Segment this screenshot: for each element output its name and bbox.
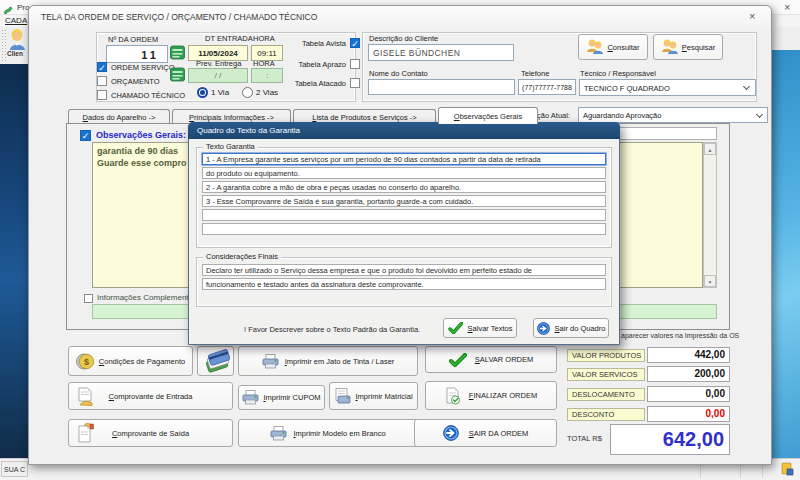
- consideracoes-line-input[interactable]: Declaro ter utilizado o Serviço dessa em…: [202, 264, 606, 276]
- desktop-wallpaper: [772, 50, 800, 458]
- comprovante-entrada-button[interactable]: Comprovante de Entrada: [68, 382, 233, 410]
- ordem-servico-checkbox[interactable]: [97, 62, 107, 72]
- imprimir-jato-button[interactable]: Imprimir em Jato de Tinta / Laser: [238, 346, 418, 376]
- statusbar-segment: SUA C: [1, 461, 28, 477]
- imprimir-cupom-button[interactable]: Imprimir CUPOM: [238, 385, 325, 410]
- deslocamento-chip: DESLOCAMENTO: [567, 388, 645, 401]
- texto-garantia-group-label: Texto Garantia: [203, 142, 258, 151]
- salvar-textos-label: Salvar Textos: [468, 324, 513, 333]
- prev-entrega-field[interactable]: / /: [188, 68, 248, 83]
- prev-entrega-label: Prev. Entrega: [196, 59, 241, 68]
- valor-produtos-chip: VALOR PRODUTOS: [567, 349, 645, 362]
- salvar-ordem-label: SALVAR ORDEM: [475, 355, 534, 364]
- tab-dados-label: Dados do Aparelho ->: [83, 113, 156, 122]
- exit-arrow-icon: [537, 322, 550, 335]
- imprimir-matricial-label: Imprimir Matricial: [355, 392, 412, 401]
- matricial-printer-icon: [334, 388, 351, 404]
- tab-principais-label: Principais Informações ->: [189, 113, 274, 122]
- people-icon: [586, 39, 604, 55]
- contato-field[interactable]: [368, 79, 515, 95]
- garantia-line-input[interactable]: [202, 223, 606, 235]
- garantia-line-input[interactable]: 3 - Esse Comprovanre de Saída é sua gara…: [202, 195, 606, 207]
- deslocamento-value[interactable]: 0,00: [647, 386, 730, 402]
- tray-icon[interactable]: [781, 461, 794, 476]
- garantia-line-input[interactable]: 2 - A garantia cobre a mão de obra e peç…: [202, 181, 606, 193]
- valor-produtos-value[interactable]: 442,00: [647, 347, 730, 363]
- sair-do-quadro-button[interactable]: Sair do Quadro: [533, 318, 609, 338]
- contato-label: Nome do Contato: [369, 69, 428, 78]
- valor-servicos-chip: VALOR SERVICOS: [567, 368, 645, 381]
- chamado-checkbox[interactable]: [97, 90, 107, 100]
- tab-dados-aparelho[interactable]: Dados do Aparelho ->: [68, 109, 170, 124]
- informacoes-complementares-checkbox[interactable]: [84, 294, 93, 303]
- pesquisar-button[interactable]: Pesquisar: [653, 34, 723, 60]
- menu-cadastro[interactable]: CADA: [5, 16, 27, 25]
- condicoes-pagamento-button[interactable]: $ Condições de Pagamento: [68, 346, 193, 376]
- telefone-field[interactable]: (77)77777-7788: [518, 79, 576, 95]
- garantia-line-input[interactable]: do produto ou equipamento.: [202, 167, 606, 179]
- app-icon: [3, 2, 14, 13]
- garantia-line-input[interactable]: 1 - A Empresa garante seus serviços por …: [202, 153, 606, 165]
- imprimir-modelo-branco-button[interactable]: Imprimir Modelo em Branco: [238, 419, 418, 447]
- people-icon: [661, 39, 679, 55]
- comprovante-saida-button[interactable]: Comprovante de Saída: [68, 419, 233, 447]
- tabela-aprazo-label: Tabela Aprazo: [286, 60, 346, 69]
- salvar-ordem-button[interactable]: SALVAR ORDEM: [425, 346, 557, 373]
- tabela-atacado-label: Tabela Atacado: [286, 79, 346, 88]
- consideracoes-group-label: Considerações Finais: [203, 252, 281, 261]
- situacao-dropdown[interactable]: Aguardando Aprovação: [578, 107, 768, 123]
- tabela-avista-checkbox[interactable]: [350, 38, 360, 48]
- scroll-down-icon[interactable]: ▼: [704, 275, 716, 287]
- finalizar-ordem-label: FINALIZAR ORDEM: [469, 391, 537, 400]
- tab-observacoes-gerais[interactable]: Observações Gerais: [438, 107, 538, 124]
- prev-hora-field[interactable]: :: [251, 68, 283, 83]
- statusbar-text: SUA C: [4, 466, 25, 473]
- pesquisar-label: Pesquisar: [682, 43, 715, 52]
- impressao-note: aparecer valores na Impressão da OS: [621, 332, 739, 339]
- imprimir-matricial-button[interactable]: Imprimir Matricial: [329, 382, 418, 410]
- client-toolbar-button[interactable]: Clien: [7, 28, 29, 63]
- observacoes-checkbox[interactable]: [80, 130, 91, 141]
- dialog-title: TELA DA ORDEM DE SERVIÇO / ORÇAMENTO / C…: [41, 12, 317, 22]
- textarea-scrollbar[interactable]: ▲ ▼: [703, 142, 717, 288]
- client-desc-label: Descrição do Cliente: [369, 34, 438, 43]
- finalizar-ordem-button[interactable]: FINALIZAR ORDEM: [425, 381, 557, 410]
- total-label: TOTAL R$: [567, 434, 602, 443]
- chevron-down-icon: [743, 83, 750, 90]
- imprimir-jato-label: Imprimir em Jato de Tinta / Laser: [285, 357, 395, 366]
- via2-radio[interactable]: [242, 87, 253, 98]
- main-close-icon[interactable]: ×: [784, 2, 790, 13]
- coin-icon: $: [76, 353, 95, 370]
- calendar-icon-prev[interactable]: [170, 67, 185, 86]
- client-desc-field[interactable]: GISELE BÜNDCHEN: [368, 44, 514, 61]
- credit-cards-icon: [202, 349, 230, 373]
- consultar-button[interactable]: Consultar: [578, 34, 648, 60]
- tabela-aprazo-checkbox[interactable]: [350, 59, 360, 69]
- dt-entrada-label: DT ENTRADA: [205, 34, 253, 43]
- total-value-field: 642,00: [610, 424, 730, 455]
- tabela-atacado-checkbox[interactable]: [350, 78, 360, 88]
- orcamento-checkbox[interactable]: [97, 76, 107, 86]
- valor-servicos-value[interactable]: 200,00: [647, 366, 730, 382]
- via1-radio[interactable]: [197, 87, 208, 98]
- observacoes-check-label: Observações Gerais:: [96, 130, 186, 140]
- printer-icon: [242, 390, 259, 405]
- sair-da-ordem-label: SAIR DA ORDEM: [469, 429, 529, 438]
- tecnico-dropdown[interactable]: TECNICO F QUADRADO: [579, 79, 756, 96]
- condicoes-label: Condições de Pagamento: [99, 357, 185, 366]
- scroll-up-icon[interactable]: ▲: [704, 143, 716, 155]
- salvar-textos-button[interactable]: Salvar Textos: [443, 318, 517, 338]
- order-number-field[interactable]: 11: [106, 45, 168, 63]
- printer-icon: [262, 354, 279, 369]
- dialog-close-icon[interactable]: ×: [749, 11, 755, 22]
- garantia-line-input[interactable]: [202, 209, 606, 221]
- ordem-servico-label: ORDEM SERVIÇO: [111, 63, 175, 72]
- consideracoes-line-input[interactable]: funcionamento e testado antes da assinat…: [202, 278, 606, 290]
- comprovante-entrada-label: Comprovante de Entrada: [109, 392, 193, 401]
- client-toolbar-label: Clien: [7, 50, 23, 57]
- calendar-icon[interactable]: [170, 45, 185, 64]
- sair-da-ordem-button[interactable]: SAIR DA ORDEM: [414, 419, 557, 447]
- cards-button[interactable]: [197, 346, 234, 376]
- prev-hora-label: HORA: [253, 59, 275, 68]
- desconto-value[interactable]: 0,00: [647, 406, 730, 422]
